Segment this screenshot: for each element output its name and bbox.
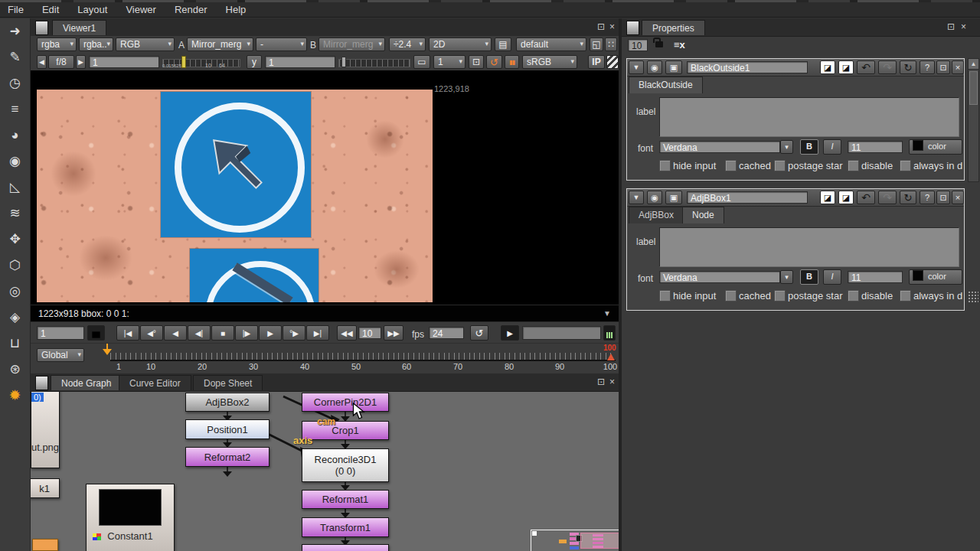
label-textarea[interactable]	[659, 227, 959, 267]
node-adjbbox2[interactable]: AdjBBox2	[185, 393, 270, 412]
italic-button[interactable]: I	[823, 269, 841, 285]
node-position1[interactable]: Position1	[185, 419, 270, 439]
image-icon[interactable]: ➜	[0, 18, 30, 44]
channel-mask-icon[interactable]: ◪	[820, 60, 835, 74]
node-name-field[interactable]: BlackOutside1	[687, 61, 808, 73]
help-icon[interactable]: ?	[920, 60, 935, 74]
monitor-out-icon[interactable]: ▭	[413, 55, 430, 69]
current-frame-field[interactable]: 1	[37, 326, 84, 340]
node-reconcile3d1[interactable]: Reconcile3D1 (0 0)	[302, 448, 389, 482]
close-all-panels-icon[interactable]: ≡x	[674, 39, 685, 51]
merge-icon[interactable]: ≋	[0, 201, 30, 227]
channel-mask2-icon[interactable]: ◪	[838, 191, 854, 204]
skip-back-button[interactable]: ◀◀	[337, 325, 357, 341]
center-node-icon[interactable]: ◉	[647, 60, 662, 74]
close-pane-icon[interactable]: ×	[961, 21, 966, 32]
info-caret-icon[interactable]: ▼	[603, 305, 611, 322]
views-icon[interactable]: ◎	[0, 279, 30, 305]
aperture-next-button[interactable]: ▶	[76, 55, 86, 69]
tab-properties[interactable]: Properties	[642, 20, 705, 35]
graph-minimap[interactable]	[531, 530, 619, 551]
node-transform1[interactable]: Transform1	[302, 517, 389, 537]
channel-icon[interactable]: ≡	[0, 96, 30, 122]
menu-help[interactable]: Help	[226, 4, 247, 15]
goto-end-button[interactable]: ▶|	[306, 325, 329, 341]
a-input-dropdown[interactable]: Mirror_merg	[187, 37, 253, 51]
layer-dropdown[interactable]: rgba..	[79, 37, 113, 51]
scroll-up-icon[interactable]: ▲	[969, 59, 978, 70]
undo-icon[interactable]: ↶	[857, 60, 875, 74]
view-mode-dropdown[interactable]: 2D	[429, 37, 492, 51]
node-reformat1[interactable]: Reformat1	[302, 490, 389, 509]
menu-edit[interactable]: Edit	[42, 4, 59, 15]
node-k1[interactable]: k1	[31, 478, 60, 498]
channel-mask2-icon[interactable]: ◪	[838, 60, 854, 74]
keyer-icon[interactable]: ◺	[0, 174, 30, 201]
always-in-checkbox[interactable]	[900, 160, 911, 171]
help-icon[interactable]: ?	[920, 191, 935, 204]
redo-icon[interactable]: ↷	[878, 60, 897, 74]
b-input-dropdown[interactable]: Mirror_merg	[318, 37, 385, 51]
hide-input-checkbox[interactable]	[659, 290, 671, 302]
other-icon[interactable]: ⊛	[0, 357, 30, 383]
tab-adjbbox[interactable]: AdjBBox	[629, 207, 684, 223]
font-family-field[interactable]: Verdana	[659, 141, 780, 153]
metadata-icon[interactable]: ◈	[0, 305, 30, 331]
gamma-mode-dropdown[interactable]: ÷2.4	[389, 37, 426, 51]
viewer-image-area[interactable]: 1223,918	[31, 70, 619, 305]
cached-checkbox[interactable]	[725, 160, 737, 171]
postage-stamp-checkbox[interactable]	[774, 160, 786, 171]
float-panel-icon[interactable]: ⊡	[936, 191, 950, 204]
playback-mode-icon[interactable]: ↺	[470, 325, 488, 341]
tab-viewer1[interactable]: Viewer1	[52, 20, 106, 35]
font-family-field[interactable]: Verdana	[659, 271, 780, 283]
pane-menu-icon[interactable]	[626, 21, 639, 35]
goto-start-button[interactable]: |◀	[116, 325, 139, 341]
filter-icon[interactable]: ◉	[0, 148, 30, 174]
3d-icon[interactable]: ⬡	[0, 253, 30, 279]
input-process-button[interactable]: IP	[588, 55, 605, 69]
float-pane-icon[interactable]: ⊡	[597, 21, 605, 32]
tab-node[interactable]: Node	[682, 207, 724, 223]
float-pane-icon[interactable]: ⊡	[597, 377, 605, 387]
close-pane-icon[interactable]: ×	[609, 21, 615, 32]
next-keyframe-button[interactable]: °▶	[283, 325, 305, 341]
gain-field[interactable]: 1	[89, 56, 159, 68]
disable-checkbox[interactable]	[848, 290, 859, 302]
revert-icon[interactable]: ↻	[900, 60, 916, 74]
redo-icon[interactable]: ↷	[878, 191, 897, 204]
float-panel-icon[interactable]: ⊡	[936, 60, 950, 74]
node-graph-canvas[interactable]: 0) ut.png k1 AdjBBox2 Position1 Reformat…	[31, 392, 619, 551]
display-channel-dropdown[interactable]: RGB	[116, 37, 175, 51]
font-size-field[interactable]: 11	[848, 271, 903, 283]
step-forward-button[interactable]: |▶	[235, 325, 258, 341]
bold-button[interactable]: B	[800, 139, 818, 155]
node-read[interactable]: 0) ut.png	[31, 392, 60, 468]
font-dropdown-arrow[interactable]: ▾	[780, 270, 793, 284]
close-pane-icon[interactable]: ×	[609, 377, 615, 387]
gloves-icon[interactable]: ▤	[495, 37, 511, 51]
node-reformat2[interactable]: Reformat2	[185, 447, 270, 467]
postage-stamp-icon[interactable]: ▣	[665, 191, 682, 204]
node-bottom-clipped[interactable]	[302, 544, 389, 551]
always-in-checkbox[interactable]	[900, 290, 911, 302]
play-forward-button[interactable]: ▶	[259, 325, 282, 341]
color-button[interactable]: color	[909, 139, 962, 155]
menu-viewer[interactable]: Viewer	[126, 4, 156, 15]
disable-checkbox[interactable]	[848, 160, 859, 171]
pane-menu-icon[interactable]	[35, 376, 48, 390]
lock-icon[interactable]	[655, 41, 663, 47]
minimap-handle[interactable]	[532, 531, 537, 536]
scroll-thumb[interactable]	[969, 71, 978, 105]
range-end-marker[interactable]	[607, 350, 615, 360]
gamma-slider[interactable]	[338, 59, 410, 67]
frame-lock-icon[interactable]	[87, 325, 105, 341]
postage-stamp-icon[interactable]: ▣	[665, 60, 682, 74]
roi-icon[interactable]: ⊡	[469, 55, 484, 69]
gamma-slider-handle[interactable]	[341, 57, 346, 67]
aperture-button[interactable]: f/8	[48, 55, 74, 69]
aperture-prev-button[interactable]: ◀	[37, 55, 47, 69]
frame-range-dropdown[interactable]: Global	[37, 348, 84, 362]
bold-button[interactable]: B	[800, 269, 818, 285]
gain-slider-handle[interactable]	[181, 56, 186, 68]
